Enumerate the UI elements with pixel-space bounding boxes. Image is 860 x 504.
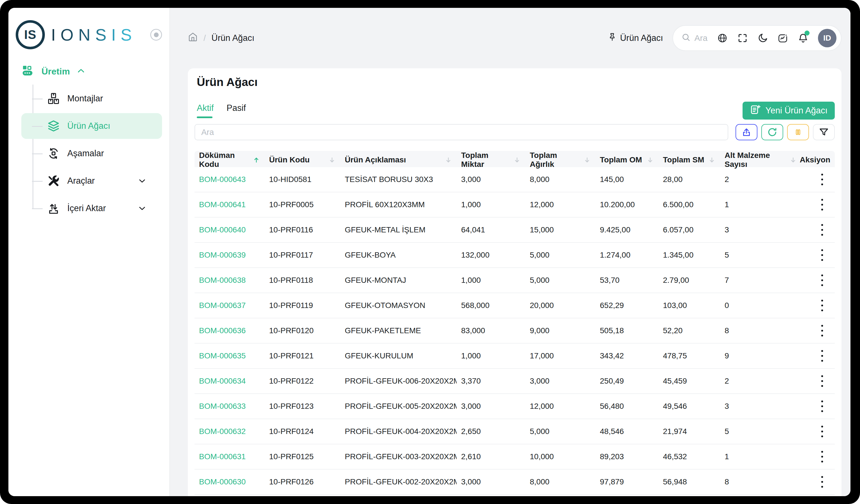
row-actions-button[interactable] bbox=[817, 323, 828, 339]
cell-doc[interactable]: BOM-000637 bbox=[195, 301, 264, 310]
cell-doc[interactable]: BOM-000641 bbox=[195, 200, 264, 209]
cell-qty: 83,000 bbox=[457, 326, 525, 335]
column-header-aksiyon[interactable]: Aksiyon bbox=[801, 155, 835, 164]
column-label: Toplam Ağırlık bbox=[530, 151, 583, 169]
column-header-urun-aciklamasi[interactable]: Ürün Açıklaması bbox=[340, 155, 457, 164]
cell-actions bbox=[801, 197, 835, 212]
cell-doc[interactable]: BOM-000639 bbox=[195, 251, 264, 260]
column-header-toplam-om[interactable]: Toplam OM bbox=[596, 155, 658, 164]
pinned-page-shortcut[interactable]: Ürün Ağacı bbox=[608, 32, 663, 44]
filter-button[interactable] bbox=[813, 124, 835, 140]
row-actions-button[interactable] bbox=[817, 449, 828, 464]
sidebar-item-label: Araçlar bbox=[67, 176, 95, 186]
cell-actions bbox=[801, 348, 835, 364]
cell-weight: 5,000 bbox=[525, 427, 596, 436]
cell-desc: GFEUK-MONTAJ bbox=[340, 276, 457, 285]
cell-code: 10-HID0581 bbox=[264, 175, 340, 184]
cell-doc[interactable]: BOM-000638 bbox=[195, 276, 264, 285]
row-actions-button[interactable] bbox=[817, 272, 828, 288]
row-actions-button[interactable] bbox=[817, 197, 828, 212]
table-row: BOM-00063610-PRF0120GFEUK-PAKETLEME83,00… bbox=[195, 318, 835, 344]
cell-qty: 3,370 bbox=[457, 376, 525, 386]
breadcrumb-separator: / bbox=[203, 33, 206, 43]
cell-om: 652,29 bbox=[596, 301, 658, 310]
column-header-alt-malzeme-sayisi[interactable]: Alt Malzeme Sayısı bbox=[720, 151, 801, 169]
notification-badge bbox=[804, 31, 809, 35]
sidebar-item-iceri-aktar[interactable]: İçeri Aktar bbox=[21, 195, 162, 221]
cell-qty: 1,000 bbox=[457, 351, 525, 360]
table-body: BOM-00064310-HID0581TESİSAT BORUSU 30X33… bbox=[195, 167, 835, 495]
row-actions-button[interactable] bbox=[817, 222, 828, 238]
cell-sub: 2 bbox=[720, 376, 801, 386]
cell-weight: 20,000 bbox=[525, 301, 596, 310]
refresh-button[interactable] bbox=[761, 124, 783, 140]
cell-doc[interactable]: BOM-000633 bbox=[195, 402, 264, 411]
table-row: BOM-00064110-PRF0005PROFİL 60X120X3MM1,0… bbox=[195, 192, 835, 218]
table-row: BOM-00064310-HID0581TESİSAT BORUSU 30X33… bbox=[195, 167, 835, 192]
kebab-icon bbox=[818, 223, 826, 237]
cell-qty: 1,000 bbox=[457, 276, 525, 285]
cell-doc[interactable]: BOM-000632 bbox=[195, 427, 264, 436]
column-header-toplam-miktar[interactable]: Toplam Miktar bbox=[457, 151, 525, 169]
sidebar-item-araclar[interactable]: Araçlar bbox=[21, 168, 162, 194]
table-search-input[interactable] bbox=[195, 124, 728, 140]
sidebar-collapse-toggle[interactable] bbox=[150, 29, 162, 41]
column-header-toplam-agirlik[interactable]: Toplam Ağırlık bbox=[525, 151, 596, 169]
cell-doc[interactable]: BOM-000636 bbox=[195, 326, 264, 335]
cell-code: 10-PRF0117 bbox=[264, 251, 340, 260]
refresh-icon bbox=[767, 127, 778, 137]
row-actions-button[interactable] bbox=[817, 424, 828, 439]
cell-weight: 10,000 bbox=[525, 452, 596, 461]
brand-monogram: IS bbox=[16, 20, 45, 49]
column-label: Alt Malzeme Sayısı bbox=[725, 151, 789, 169]
bom-table: Döküman KoduÜrün KoduÜrün AçıklamasıTopl… bbox=[195, 151, 835, 495]
cell-actions bbox=[801, 272, 835, 288]
sidebar-item-urun-agaci[interactable]: Ürün Ağacı bbox=[21, 113, 162, 139]
activity-icon[interactable] bbox=[778, 33, 788, 43]
sidebar-group-uretim[interactable]: Üretim bbox=[16, 62, 162, 80]
export-button[interactable] bbox=[735, 124, 757, 140]
cell-doc[interactable]: BOM-000630 bbox=[195, 477, 264, 486]
breadcrumb-page: Ürün Ağacı bbox=[211, 33, 254, 43]
columns-button[interactable] bbox=[787, 124, 809, 140]
moon-icon[interactable] bbox=[757, 33, 768, 43]
tab-aktif[interactable]: Aktif bbox=[197, 103, 214, 118]
table-row: BOM-00063310-PRF0123PROFİL-GFEUK-005-20X… bbox=[195, 394, 835, 419]
cell-om: 505,18 bbox=[596, 326, 658, 335]
main-area: / Ürün Ağacı Ürün Ağacı Ara ID bbox=[170, 8, 850, 496]
column-header-dokuman-kodu[interactable]: Döküman Kodu bbox=[195, 151, 264, 169]
cell-desc: PROFİL-GFEUK-005-20X20X2MM bbox=[340, 402, 457, 411]
row-actions-button[interactable] bbox=[817, 398, 828, 414]
cell-doc[interactable]: BOM-000631 bbox=[195, 452, 264, 461]
column-header-toplam-sm[interactable]: Toplam SM bbox=[658, 155, 720, 164]
cell-doc[interactable]: BOM-000643 bbox=[195, 175, 264, 184]
cell-om: 48,546 bbox=[596, 427, 658, 436]
bell-icon[interactable] bbox=[798, 33, 808, 43]
sidebar-item-asamalar[interactable]: Aşamalar bbox=[21, 140, 162, 166]
cell-doc[interactable]: BOM-000635 bbox=[195, 351, 264, 360]
new-bom-button[interactable]: Yeni Ürün Ağacı bbox=[743, 102, 835, 120]
cell-doc[interactable]: BOM-000640 bbox=[195, 225, 264, 234]
kebab-icon bbox=[818, 273, 826, 287]
column-header-urun-kodu[interactable]: Ürün Kodu bbox=[264, 155, 340, 164]
sort-asc-icon bbox=[253, 156, 260, 164]
row-actions-button[interactable] bbox=[817, 298, 828, 313]
globe-icon[interactable] bbox=[717, 33, 728, 43]
cell-doc[interactable]: BOM-000634 bbox=[195, 376, 264, 386]
cell-om: 89,203 bbox=[596, 452, 658, 461]
sidebar-item-montajlar[interactable]: Montajlar bbox=[21, 86, 162, 112]
tab-pasif[interactable]: Pasif bbox=[227, 103, 246, 118]
row-actions-button[interactable] bbox=[817, 373, 828, 389]
cell-qty: 3,000 bbox=[457, 477, 525, 486]
row-actions-button[interactable] bbox=[817, 348, 828, 364]
filter-row bbox=[195, 124, 835, 140]
row-actions-button[interactable] bbox=[817, 247, 828, 263]
kebab-icon bbox=[818, 425, 826, 438]
cell-code: 10-PRF0126 bbox=[264, 477, 340, 486]
fullscreen-icon[interactable] bbox=[737, 33, 748, 43]
avatar[interactable]: ID bbox=[818, 29, 836, 47]
global-search[interactable]: Ara bbox=[682, 33, 707, 44]
home-icon[interactable] bbox=[188, 32, 198, 44]
row-actions-button[interactable] bbox=[817, 474, 828, 490]
row-actions-button[interactable] bbox=[817, 172, 828, 187]
